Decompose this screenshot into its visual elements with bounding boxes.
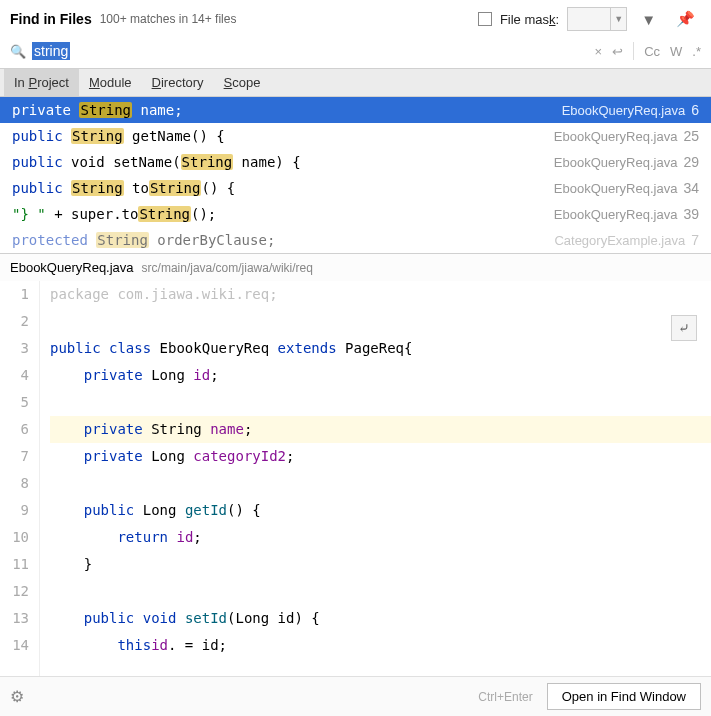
gutter: 1234567891011121314: [0, 281, 40, 676]
header: Find in Files 100+ matches in 14+ files …: [0, 0, 711, 38]
search-icon: 🔍: [10, 44, 26, 59]
results-list: private String name;EbookQueryReq.java6p…: [0, 97, 711, 253]
open-in-find-window-button[interactable]: Open in Find Window: [547, 683, 701, 710]
result-row[interactable]: public void setName(String name) {EbookQ…: [0, 149, 711, 175]
file-mask-dropdown[interactable]: ▼: [567, 7, 627, 31]
chevron-down-icon: ▼: [610, 7, 626, 31]
shortcut-hint: Ctrl+Enter: [478, 690, 532, 704]
result-row[interactable]: public String toString() {EbookQueryReq.…: [0, 175, 711, 201]
clear-icon[interactable]: ×: [595, 44, 603, 59]
tab-directory[interactable]: Directory: [142, 69, 214, 96]
tab-in-project[interactable]: In Project: [4, 69, 79, 96]
code-preview: 1234567891011121314 package com.jiawa.wi…: [0, 281, 711, 676]
history-icon[interactable]: ↩: [612, 44, 623, 59]
file-mask-label: File mask:: [500, 12, 559, 27]
tab-scope[interactable]: Scope: [214, 69, 271, 96]
gear-icon[interactable]: ⚙: [10, 687, 24, 706]
result-row[interactable]: protected String orderByClause;CategoryE…: [0, 227, 711, 253]
dialog-title: Find in Files: [10, 11, 92, 27]
soft-wrap-icon[interactable]: ⤶: [671, 315, 697, 341]
match-case-toggle[interactable]: Cc: [644, 44, 660, 59]
regex-toggle[interactable]: .*: [692, 44, 701, 59]
preview-path: src/main/java/com/jiawa/wiki/req: [142, 261, 313, 275]
scope-tabs: In Project Module Directory Scope: [0, 68, 711, 97]
search-input[interactable]: string: [32, 42, 589, 60]
result-row[interactable]: public String getName() {EbookQueryReq.j…: [0, 123, 711, 149]
pin-icon[interactable]: 📌: [670, 6, 701, 32]
footer: ⚙ Ctrl+Enter Open in Find Window: [0, 676, 711, 716]
code-lines[interactable]: package com.jiawa.wiki.req;public class …: [40, 281, 711, 676]
filter-icon[interactable]: ▼: [635, 7, 662, 32]
file-mask-checkbox[interactable]: [478, 12, 492, 26]
result-row[interactable]: private String name;EbookQueryReq.java6: [0, 97, 711, 123]
preview-filename: EbookQueryReq.java: [10, 260, 134, 275]
preview-header: EbookQueryReq.java src/main/java/com/jia…: [0, 253, 711, 281]
words-toggle[interactable]: W: [670, 44, 682, 59]
match-summary: 100+ matches in 14+ files: [100, 12, 237, 26]
tab-module[interactable]: Module: [79, 69, 142, 96]
result-row[interactable]: "} " + super.toString();EbookQueryReq.ja…: [0, 201, 711, 227]
search-row: 🔍 string × ↩ Cc W .*: [0, 38, 711, 68]
